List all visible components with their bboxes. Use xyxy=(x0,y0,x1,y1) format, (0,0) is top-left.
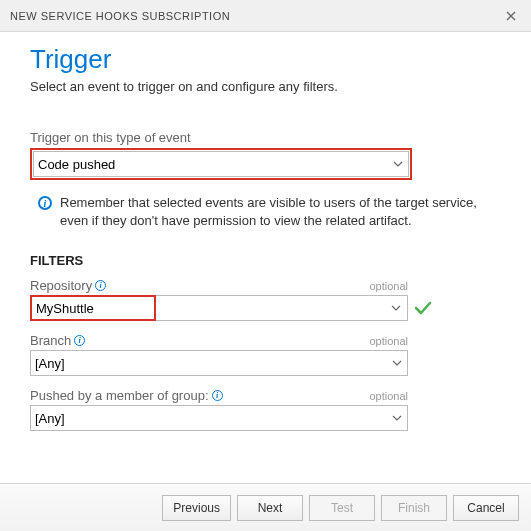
close-icon xyxy=(506,11,516,21)
info-text: Remember that selected events are visibl… xyxy=(60,194,501,229)
titlebar: NEW SERVICE HOOKS SUBSCRIPTION xyxy=(0,0,531,32)
filter-branch: Branch optional [Any] xyxy=(30,333,501,376)
content-area: Trigger Select an event to trigger on an… xyxy=(0,32,531,483)
close-button[interactable] xyxy=(499,4,523,28)
group-select[interactable]: [Any] xyxy=(30,405,408,431)
previous-button[interactable]: Previous xyxy=(162,495,231,521)
info-icon: i xyxy=(38,196,52,210)
repository-label: Repository xyxy=(30,278,106,293)
repository-value-highlight[interactable] xyxy=(32,297,154,319)
optional-label: optional xyxy=(369,390,408,402)
event-type-select-wrap: Code pushed xyxy=(33,151,409,177)
chevron-down-icon xyxy=(391,305,401,311)
filters-header: FILTERS xyxy=(30,253,501,268)
branch-label: Branch xyxy=(30,333,85,348)
page-heading: Trigger xyxy=(30,44,501,75)
optional-label: optional xyxy=(369,335,408,347)
cancel-button[interactable]: Cancel xyxy=(453,495,519,521)
event-type-label: Trigger on this type of event xyxy=(30,130,501,145)
group-select-wrap: [Any] xyxy=(30,405,408,431)
group-label: Pushed by a member of group: xyxy=(30,388,223,403)
next-button[interactable]: Next xyxy=(237,495,303,521)
dialog-title: NEW SERVICE HOOKS SUBSCRIPTION xyxy=(10,10,230,22)
info-message: i Remember that selected events are visi… xyxy=(30,192,501,229)
filter-group: Pushed by a member of group: optional [A… xyxy=(30,388,501,431)
event-type-select[interactable]: Code pushed xyxy=(33,151,409,177)
finish-button[interactable]: Finish xyxy=(381,495,447,521)
test-button[interactable]: Test xyxy=(309,495,375,521)
repository-select-wrap xyxy=(30,295,408,321)
branch-select[interactable]: [Any] xyxy=(30,350,408,376)
dialog: NEW SERVICE HOOKS SUBSCRIPTION Trigger S… xyxy=(0,0,531,531)
optional-label: optional xyxy=(369,280,408,292)
check-icon xyxy=(414,301,432,315)
dialog-footer: Previous Next Test Finish Cancel xyxy=(0,483,531,531)
filter-repository: Repository optional xyxy=(30,278,501,321)
branch-select-wrap: [Any] xyxy=(30,350,408,376)
event-type-highlight: Code pushed xyxy=(30,148,412,180)
page-subtext: Select an event to trigger on and config… xyxy=(30,79,501,94)
help-icon[interactable] xyxy=(95,280,106,291)
help-icon[interactable] xyxy=(212,390,223,401)
repository-highlight xyxy=(30,295,156,321)
help-icon[interactable] xyxy=(74,335,85,346)
